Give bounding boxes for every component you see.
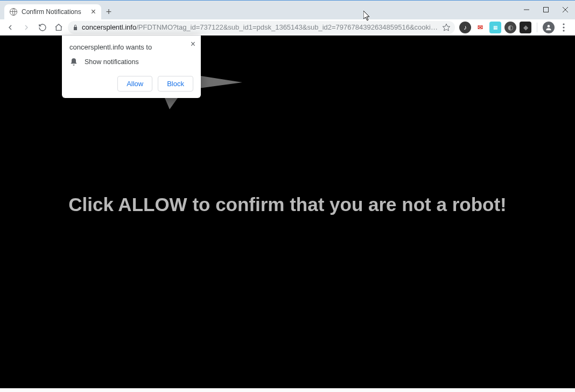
extension-icon-music[interactable]: ♪ <box>459 22 471 33</box>
extension-icon-mail[interactable]: ✉ <box>474 22 486 33</box>
maximize-button[interactable] <box>536 2 556 17</box>
browser-menu-button[interactable] <box>558 22 570 33</box>
window-title-bar <box>0 0 575 4</box>
block-button[interactable]: Block <box>158 76 193 92</box>
bookmark-star-icon[interactable] <box>442 23 451 32</box>
toolbar-divider <box>537 23 537 32</box>
svg-marker-4 <box>443 24 450 31</box>
tab-close-button[interactable]: × <box>90 6 97 17</box>
notification-permission-dialog: × concersplentl.info wants to Show notif… <box>62 36 201 98</box>
tab-strip: Confirm Notifications × + <box>0 4 575 19</box>
lock-icon <box>72 24 79 31</box>
bell-icon <box>69 58 78 66</box>
minimize-button[interactable] <box>517 2 536 17</box>
svg-point-8 <box>563 30 564 31</box>
extension-icon-circle[interactable]: ◐ <box>504 22 516 33</box>
forward-button[interactable] <box>19 20 33 34</box>
dialog-actions: Allow Block <box>69 76 193 92</box>
address-bar[interactable]: concersplentl.info/PFDTNMO?tag_id=737122… <box>68 21 455 34</box>
dialog-title: concersplentl.info wants to <box>69 43 193 51</box>
permission-request-row: Show notifications <box>69 58 193 66</box>
permission-request-text: Show notifications <box>85 58 139 66</box>
new-tab-button[interactable]: + <box>101 4 116 19</box>
window-bottom-edge <box>0 388 575 392</box>
reload-button[interactable] <box>36 20 50 34</box>
close-window-button[interactable] <box>556 2 575 17</box>
extensions-area: ♪ ✉ ▦ ◐ ◆ <box>457 22 572 33</box>
svg-point-5 <box>548 25 550 27</box>
back-button[interactable] <box>3 20 17 34</box>
svg-point-6 <box>563 23 564 25</box>
extension-icon-cube[interactable]: ◆ <box>520 22 531 33</box>
home-button[interactable] <box>52 20 66 34</box>
extension-icon-photo[interactable]: ▦ <box>489 22 501 33</box>
allow-button[interactable]: Allow <box>117 76 152 92</box>
window-controls <box>517 0 575 19</box>
svg-point-7 <box>563 26 564 28</box>
dialog-close-button[interactable]: × <box>191 40 195 48</box>
browser-toolbar: concersplentl.info/PFDTNMO?tag_id=737122… <box>0 19 575 36</box>
profile-avatar[interactable] <box>543 22 555 33</box>
url-text: concersplentl.info/PFDTNMO?tag_id=737122… <box>82 23 439 31</box>
mouse-cursor-icon <box>363 11 372 22</box>
globe-icon <box>10 8 17 16</box>
svg-rect-1 <box>544 8 549 12</box>
tab-title: Confirm Notifications <box>22 8 86 16</box>
browser-tab[interactable]: Confirm Notifications × <box>4 4 101 19</box>
main-message-text: Click ALLOW to confirm that you are not … <box>68 194 506 215</box>
